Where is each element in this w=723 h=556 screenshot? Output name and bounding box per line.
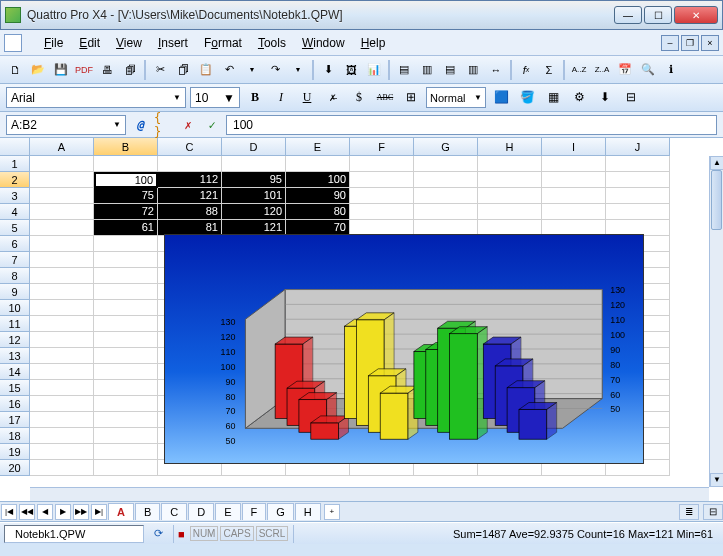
cell[interactable] (94, 428, 158, 444)
cell[interactable]: 90 (286, 188, 350, 204)
scroll-up-icon[interactable]: ▲ (710, 156, 723, 170)
cell[interactable]: 112 (158, 172, 222, 188)
tab-last-icon[interactable]: ▶| (91, 504, 107, 520)
cell[interactable] (414, 172, 478, 188)
scroll-thumb[interactable] (711, 170, 722, 230)
cell[interactable] (30, 428, 94, 444)
cell[interactable] (30, 204, 94, 220)
sheet-tab-C[interactable]: C (161, 503, 187, 520)
cell[interactable] (94, 364, 158, 380)
join-icon[interactable]: ⊟ (620, 87, 642, 109)
close-button[interactable]: ✕ (674, 6, 718, 24)
chart-icon[interactable]: 📊 (363, 59, 385, 81)
cell[interactable] (30, 220, 94, 236)
cell[interactable] (30, 300, 94, 316)
perfect-expert-icon[interactable]: ℹ (660, 59, 682, 81)
maximize-button[interactable]: ☐ (644, 6, 672, 24)
row-header-11[interactable]: 11 (0, 316, 30, 332)
cell[interactable] (606, 172, 670, 188)
print-icon[interactable]: 🖶 (96, 59, 118, 81)
select-all-corner[interactable] (0, 138, 30, 156)
cell[interactable] (350, 204, 414, 220)
cell[interactable] (94, 156, 158, 172)
currency-icon[interactable]: $ (348, 87, 370, 109)
row-header-10[interactable]: 10 (0, 300, 30, 316)
copy-icon[interactable]: 🗍 (172, 59, 194, 81)
borders-icon[interactable]: ▦ (542, 87, 564, 109)
cell[interactable] (30, 396, 94, 412)
formula-icon[interactable]: fx (515, 59, 537, 81)
cell[interactable] (542, 172, 606, 188)
new-icon[interactable]: 🗋 (4, 59, 26, 81)
row-header-6[interactable]: 6 (0, 236, 30, 252)
row-header-4[interactable]: 4 (0, 204, 30, 220)
delete-cols-icon[interactable]: ▥ (462, 59, 484, 81)
cell[interactable] (30, 156, 94, 172)
quickcell-icon[interactable]: ≣ (679, 504, 699, 520)
insert-rows-icon[interactable]: ▤ (393, 59, 415, 81)
cell[interactable] (350, 172, 414, 188)
menu-view[interactable]: View (108, 34, 150, 52)
menu-help[interactable]: Help (353, 34, 394, 52)
braces-icon[interactable]: { } (154, 115, 174, 135)
delete-rows-icon[interactable]: ▤ (439, 59, 461, 81)
cell[interactable] (94, 252, 158, 268)
cell[interactable] (30, 380, 94, 396)
cell[interactable] (30, 236, 94, 252)
cell[interactable] (30, 172, 94, 188)
control-menu-icon[interactable] (4, 34, 22, 52)
sheet-tab-B[interactable]: B (135, 503, 160, 520)
cell[interactable]: 120 (222, 204, 286, 220)
cell[interactable] (30, 284, 94, 300)
cell[interactable] (30, 188, 94, 204)
mdi-minimize-button[interactable]: – (661, 35, 679, 51)
print-preview-icon[interactable]: 🗐 (119, 59, 141, 81)
row-header-7[interactable]: 7 (0, 252, 30, 268)
cell[interactable] (478, 172, 542, 188)
cell[interactable] (94, 412, 158, 428)
cell[interactable] (542, 204, 606, 220)
row-header-9[interactable]: 9 (0, 284, 30, 300)
speedformat-icon[interactable]: ⬇ (594, 87, 616, 109)
cell[interactable] (30, 444, 94, 460)
cell[interactable]: 100 (286, 172, 350, 188)
cell[interactable] (414, 156, 478, 172)
cell[interactable] (30, 364, 94, 380)
tab-prev-icon[interactable]: ◀ (37, 504, 53, 520)
cell[interactable]: 88 (158, 204, 222, 220)
column-header-B[interactable]: B (94, 138, 158, 156)
sheet-tab-G[interactable]: G (267, 503, 294, 520)
accept-icon[interactable]: ✓ (202, 115, 222, 135)
column-header-C[interactable]: C (158, 138, 222, 156)
save-icon[interactable]: 💾 (50, 59, 72, 81)
quickformat-icon[interactable]: ⬇ (317, 59, 339, 81)
cell[interactable] (158, 156, 222, 172)
row-header-15[interactable]: 15 (0, 380, 30, 396)
column-header-J[interactable]: J (606, 138, 670, 156)
cell[interactable] (94, 300, 158, 316)
sheet-tab-H[interactable]: H (295, 503, 321, 520)
menu-tools[interactable]: Tools (250, 34, 294, 52)
status-refresh-icon[interactable]: ⟳ (144, 525, 174, 543)
cell[interactable] (606, 188, 670, 204)
cell[interactable]: 101 (222, 188, 286, 204)
cell[interactable]: 80 (286, 204, 350, 220)
cell[interactable] (478, 188, 542, 204)
column-header-G[interactable]: G (414, 138, 478, 156)
row-header-3[interactable]: 3 (0, 188, 30, 204)
cell[interactable] (30, 412, 94, 428)
cell[interactable] (478, 204, 542, 220)
row-header-19[interactable]: 19 (0, 444, 30, 460)
bold-icon[interactable]: B (244, 87, 266, 109)
status-document-name[interactable]: Notebk1.QPW (4, 525, 144, 543)
alignment-icon[interactable]: ⊞ (400, 87, 422, 109)
cell[interactable] (94, 268, 158, 284)
menu-window[interactable]: Window (294, 34, 353, 52)
cell[interactable] (30, 332, 94, 348)
cell[interactable] (30, 460, 94, 476)
mdi-restore-button[interactable]: ❐ (681, 35, 699, 51)
row-header-12[interactable]: 12 (0, 332, 30, 348)
tab-new-icon[interactable]: + (324, 504, 340, 520)
undo-drop-icon[interactable]: ▼ (241, 59, 263, 81)
menu-edit[interactable]: Edit (71, 34, 108, 52)
